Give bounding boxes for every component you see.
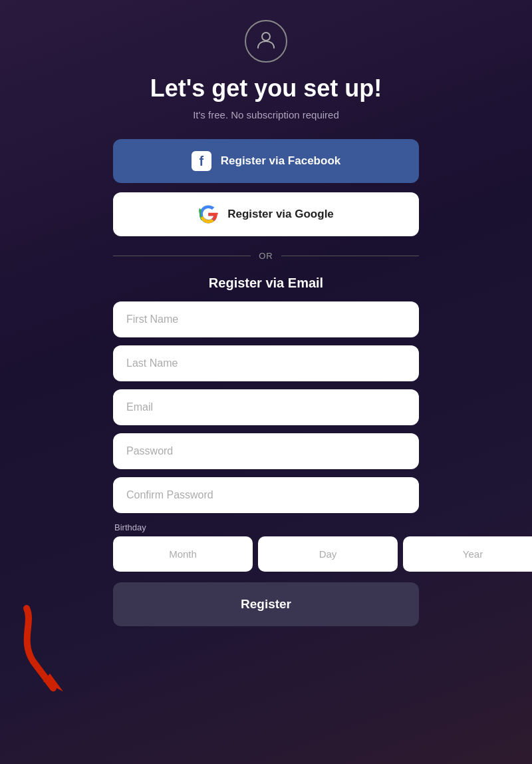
main-container: Let's get you set up! It's free. No subs… [113,0,419,626]
divider-line-left [113,256,251,256]
year-input[interactable] [403,536,532,572]
password-input[interactable] [113,433,419,469]
page-title: Let's get you set up! [150,75,382,102]
register-button[interactable]: Register [113,582,419,626]
google-button-label: Register via Google [227,208,334,221]
facebook-register-button[interactable]: f Register via Facebook [113,139,419,183]
birthday-section: Birthday [113,522,532,572]
red-arrow-annotation [13,602,93,697]
user-icon [255,29,277,54]
confirm-password-input[interactable] [113,477,419,513]
first-name-input[interactable] [113,301,419,337]
svg-marker-1 [43,673,63,691]
google-register-button[interactable]: Register via Google [113,192,419,236]
email-section-title: Register via Email [209,276,323,291]
page-subtitle: It's free. No subscription required [193,109,339,120]
or-divider: OR [113,251,419,261]
day-input[interactable] [258,536,398,572]
birthday-label: Birthday [113,522,532,532]
month-input[interactable] [113,536,253,572]
last-name-input[interactable] [113,345,419,381]
email-input[interactable] [113,389,419,425]
avatar [245,20,287,63]
or-text: OR [259,251,273,261]
svg-point-0 [262,33,270,41]
facebook-button-label: Register via Facebook [221,154,340,168]
register-button-label: Register [241,597,291,611]
facebook-icon: f [192,151,211,171]
google-icon [198,204,218,224]
birthday-gender-row: Birthday Gender Male Female Other [113,521,419,572]
divider-line-right [281,256,419,256]
birthday-inputs [113,536,532,572]
